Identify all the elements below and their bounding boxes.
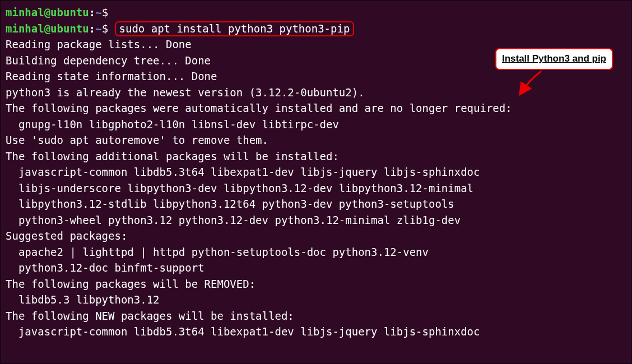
output-line: python3-wheel python3.12 python3.12-dev … — [6, 212, 626, 228]
prompt-path: ~ — [95, 6, 101, 18]
output-line: python3 is already the newest version (3… — [6, 85, 626, 101]
prompt-symbol: $ — [102, 22, 108, 35]
annotation-callout: Install Python3 and pip — [495, 48, 613, 70]
prompt-user: minhal@ubuntu — [6, 22, 89, 35]
prompt-colon: : — [89, 22, 95, 35]
prompt-line-empty: minhal@ubuntu:~$ — [6, 4, 626, 21]
output-line: The following additional packages will b… — [6, 148, 626, 165]
output-line: python3.12-doc binfmt-support — [6, 260, 626, 276]
output-line: javascript-common libdb5.3t64 libexpat1-… — [6, 164, 626, 180]
prompt-colon: : — [89, 6, 95, 18]
output-line: gnupg-l10n libgphoto2-l10n libnsl-dev li… — [6, 116, 626, 133]
output-line: Use 'sudo apt autoremove' to remove them… — [6, 132, 626, 148]
prompt-symbol: $ — [102, 6, 108, 18]
output-line: libpython3.12-stdlib libpython3.12t64 py… — [6, 196, 626, 212]
prompt-path: ~ — [95, 22, 101, 35]
terminal-output: Reading package lists... DoneBuilding de… — [6, 36, 626, 340]
output-line: libjs-underscore libpython3-dev libpytho… — [6, 180, 626, 197]
output-line: libdb5.3 libpython3.12 — [6, 292, 626, 308]
prompt-user: minhal@ubuntu — [6, 6, 89, 18]
output-line: apache2 | lighttpd | httpd python-setupt… — [6, 244, 626, 260]
command-text: sudo apt install python3 python3-pip — [119, 22, 350, 35]
output-line: The following packages were automaticall… — [6, 100, 626, 116]
prompt-line-command[interactable]: minhal@ubuntu:~$ sudo apt install python… — [6, 21, 626, 37]
output-line: Reading state information... Done — [6, 68, 626, 85]
command-highlight-box: sudo apt install python3 python3-pip — [115, 21, 355, 37]
output-line: The following NEW packages will be insta… — [6, 308, 626, 324]
output-line: javascript-common libdb5.3t64 libexpat1-… — [6, 324, 626, 340]
output-line: Suggested packages: — [6, 228, 626, 244]
output-line: The following packages will be REMOVED: — [6, 276, 626, 292]
